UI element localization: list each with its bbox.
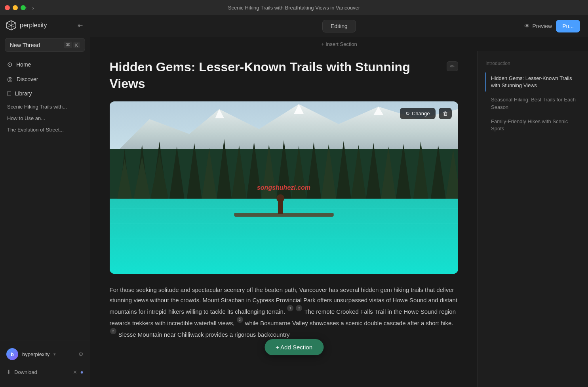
article-container: Hidden Gems: Lesser-Known Trails with St… [94,51,474,387]
library-items: Scenic Hiking Trails with... How to Use … [0,101,90,135]
change-image-button[interactable]: ↻ Change [400,108,436,119]
svg-point-41 [276,194,284,202]
sidebar-item-home[interactable]: ⊙ Home [3,57,87,71]
landscape-svg [110,101,458,274]
sidebar-footer: b byperplexity ▾ ⚙ ⬇ Download ✕ ● [0,341,90,382]
gear-icon[interactable]: ⚙ [78,351,84,357]
close-button[interactable] [5,5,10,10]
library-icon: □ [7,90,11,97]
toolbar-right: 👁 Preview Pu... [524,20,580,32]
avatar: b [6,348,18,360]
add-section-button[interactable]: + Add Section [265,339,323,355]
logo-text: perplexity [20,22,47,29]
library-item[interactable]: Scenic Hiking Trails with... [3,101,87,112]
editing-button[interactable]: Editing [322,20,356,32]
toc-label: Introduction [485,61,580,66]
home-label: Home [16,61,31,68]
home-icon: ⊙ [7,61,12,68]
svg-rect-39 [234,213,333,217]
edit-title-button[interactable]: ✏ [447,61,458,71]
discover-label: Discover [17,76,38,82]
insert-section-button[interactable]: + Insert Section [321,41,357,47]
toolbar: Editing 👁 Preview Pu... [90,15,588,37]
app-container: perplexity ⇤ New Thread ⌘ K ⊙ Home ◎ Dis… [0,15,588,387]
change-label: Change [412,111,430,116]
insert-section-bar: + Insert Section [90,37,588,51]
main-content: Editing 👁 Preview Pu... + Insert Section [90,15,588,387]
cmd-key: ⌘ [64,42,72,48]
download-actions: ✕ ● [73,369,84,375]
download-left: ⬇ Download [6,369,37,375]
svg-rect-40 [278,201,283,214]
titlebar: ‹ › Scenic Hiking Trails with Breathtaki… [0,0,588,15]
toolbar-center: Editing [322,20,356,32]
image-actions: ↻ Change 🗑 [400,108,452,119]
new-thread-shortcut: ⌘ K [64,42,80,48]
article-body: For those seeking solitude and spectacul… [110,285,458,339]
k-key: K [73,42,80,48]
svg-rect-35 [110,199,458,274]
hero-image-container: songshuhezi.com ↻ Change 🗑 [110,101,458,274]
chevron-down-icon: ▾ [53,352,56,357]
article-title-text: Hidden Gems: Lesser-Known Trails with St… [110,59,443,92]
new-thread-button[interactable]: New Thread ⌘ K [5,38,85,52]
download-label[interactable]: Download [14,369,37,375]
library-label: Library [15,90,32,97]
sidebar: perplexity ⇤ New Thread ⌘ K ⊙ Home ◎ Dis… [0,15,90,387]
trash-icon: 🗑 [443,111,448,116]
citation-2: 2 [296,305,302,311]
sidebar-collapse-button[interactable]: ⇤ [76,20,84,31]
traffic-lights [5,5,26,10]
eye-icon: 👁 [524,23,530,29]
toc-item-3[interactable]: Family-Friendly Hikes with Scenic Spots [485,116,580,135]
citation-3: 2 [237,316,243,323]
publish-label: Pu... [562,23,574,29]
user-info: b byperplexity ▾ [6,348,56,360]
hero-image: songshuhezi.com [110,101,458,274]
sidebar-nav: ⊙ Home ◎ Discover □ Library [0,57,90,101]
perplexity-logo-icon [6,20,17,31]
discord-icon[interactable]: ● [80,369,84,375]
publish-button[interactable]: Pu... [556,20,580,32]
logo-area: perplexity [6,20,47,31]
sidebar-header: perplexity ⇤ [0,20,90,36]
download-area: ⬇ Download ✕ ● [5,366,85,377]
toc-item-1[interactable]: Hidden Gems: Lesser-Known Trails with St… [485,72,580,92]
user-area[interactable]: b byperplexity ▾ ⚙ [5,346,85,362]
preview-button[interactable]: 👁 Preview [524,23,552,29]
library-item[interactable]: The Evolution of Street... [3,124,87,135]
toc-item-2[interactable]: Seasonal Hiking: Best Trails for Each Se… [485,94,580,113]
close-icon[interactable]: ✕ [73,369,77,375]
delete-image-button[interactable]: 🗑 [439,108,452,119]
minimize-button[interactable] [13,5,18,10]
new-thread-label: New Thread [10,42,40,48]
sidebar-item-library[interactable]: □ Library [3,87,87,100]
library-item[interactable]: How to Use an... [3,112,87,124]
forward-arrow[interactable]: › [30,4,36,12]
sidebar-item-discover[interactable]: ◎ Discover [3,72,87,86]
citation-1: 1 [287,305,293,311]
article-title-container: Hidden Gems: Lesser-Known Trails with St… [110,59,458,92]
content-scroll[interactable]: Hidden Gems: Lesser-Known Trails with St… [90,51,588,387]
discover-icon: ◎ [7,75,13,83]
citation-4: 2 [110,328,116,334]
right-panel: Introduction Hidden Gems: Lesser-Known T… [477,51,588,387]
window-title: Scenic Hiking Trails with Breathtaking V… [228,5,360,11]
download-icon: ⬇ [6,369,11,375]
article-paragraph-1: For those seeking solitude and spectacul… [110,285,458,339]
nav-arrows: ‹ › [24,4,36,12]
preview-label: Preview [532,23,552,29]
username: byperplexity [22,351,49,357]
refresh-icon: ↻ [405,111,410,116]
back-arrow[interactable]: ‹ [24,4,29,12]
